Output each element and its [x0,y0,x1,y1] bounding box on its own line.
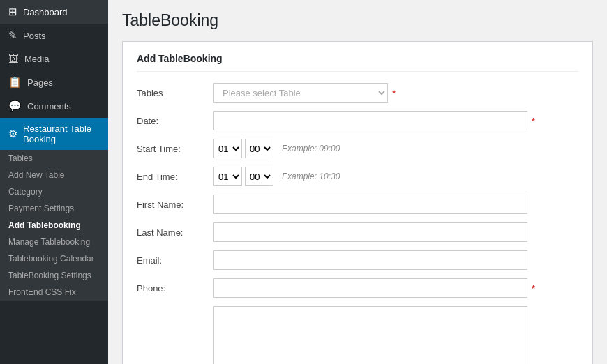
last-name-input[interactable] [213,222,527,242]
sidebar-sub-add-new-table[interactable]: Add New Table [0,167,108,183]
start-time-group: 01020304 05060708 09101112 00051015 2025… [213,139,340,158]
media-icon: 🖼 [8,53,19,65]
comments-icon: 💬 [8,100,22,112]
email-row: Email: [137,250,578,270]
sidebar-sub-tablebooking-calendar[interactable]: Tablebooking Calendar [0,250,108,267]
sidebar-item-posts[interactable]: ✎ Posts [0,24,108,47]
posts-icon: ✎ [8,29,17,42]
pages-icon: 📋 [8,76,22,89]
restaurant-icon: ⚙ [8,128,17,140]
date-row: Date: * [137,111,578,130]
form-box-title: Add TableBooking [137,53,578,72]
email-label: Email: [137,255,213,266]
tables-select[interactable]: Please select Table [213,83,388,103]
start-time-label: Start Time: [137,144,213,154]
date-field: * [213,111,578,130]
sidebar-sub-tables[interactable]: Tables [0,150,108,167]
main-content: TableBooking Add TableBooking Tables Ple… [108,0,607,364]
end-time-group: 01020304 05060708 09101112 00051015 2025… [213,167,340,186]
sidebar-item-restaurant-table-booking[interactable]: ⚙ Restaurant Table Booking [0,118,108,150]
phone-required: * [532,283,535,294]
date-label: Date: [137,116,213,126]
sidebar: ⊞ Dashboard ✎ Posts 🖼 Media 📋 Pages 💬 Co… [0,0,108,364]
sidebar-sub-tablebooking-settings[interactable]: TableBooking Settings [0,267,108,284]
notes-field [213,306,578,364]
tables-required: * [392,88,396,98]
date-required: * [532,116,535,126]
first-name-row: First Name: [137,195,578,214]
email-input[interactable] [213,250,527,270]
sidebar-item-dashboard[interactable]: ⊞ Dashboard [0,0,108,24]
sidebar-item-comments[interactable]: 💬 Comments [0,94,108,118]
date-input[interactable] [213,111,527,130]
email-field [213,250,578,270]
end-hour-select[interactable]: 01020304 05060708 09101112 [213,167,242,186]
sidebar-sub-frontend-css-fix[interactable]: FrontEnd CSS Fix [0,284,108,301]
sidebar-sub-category[interactable]: Category [0,183,108,200]
phone-field: * [213,278,578,298]
last-name-row: Last Name: [137,222,578,242]
last-name-label: Last Name: [137,227,213,238]
notes-row [137,306,578,364]
end-minute-select[interactable]: 00051015 20253035 40455055 [245,167,273,186]
end-time-field: 01020304 05060708 09101112 00051015 2025… [213,167,578,186]
tables-field: Please select Table * [213,83,578,103]
first-name-input[interactable] [213,195,527,214]
start-hour-select[interactable]: 01020304 05060708 09101112 [213,139,242,158]
end-time-row: End Time: 01020304 05060708 09101112 000… [137,167,578,186]
sidebar-sub-payment-settings[interactable]: Payment Settings [0,200,108,217]
sidebar-sub-add-tablebooking[interactable]: Add Tablebooking [0,217,108,234]
phone-label: Phone: [137,283,213,294]
dashboard-icon: ⊞ [8,6,17,18]
notes-textarea[interactable] [213,306,527,364]
start-minute-select[interactable]: 00051015 20253035 40455055 [245,139,273,158]
last-name-field [213,222,578,242]
phone-row: Phone: * [137,278,578,298]
start-time-row: Start Time: 01020304 05060708 09101112 0… [137,139,578,158]
form-box: Add TableBooking Tables Please select Ta… [122,41,593,364]
tables-label: Tables [137,88,213,98]
sidebar-item-media[interactable]: 🖼 Media [0,47,108,70]
page-title: TableBooking [122,11,593,30]
phone-input[interactable] [213,278,527,298]
start-time-example: Example: 09:00 [282,144,340,153]
sidebar-sub-manage-tablebooking[interactable]: Manage Tablebooking [0,234,108,250]
first-name-label: First Name: [137,199,213,210]
sidebar-submenu: Tables Add New Table Category Payment Se… [0,150,108,301]
sidebar-item-pages[interactable]: 📋 Pages [0,70,108,94]
end-time-label: End Time: [137,172,213,182]
first-name-field [213,195,578,214]
start-time-field: 01020304 05060708 09101112 00051015 2025… [213,139,578,158]
end-time-example: Example: 10:30 [282,172,340,181]
tables-row: Tables Please select Table * [137,83,578,103]
